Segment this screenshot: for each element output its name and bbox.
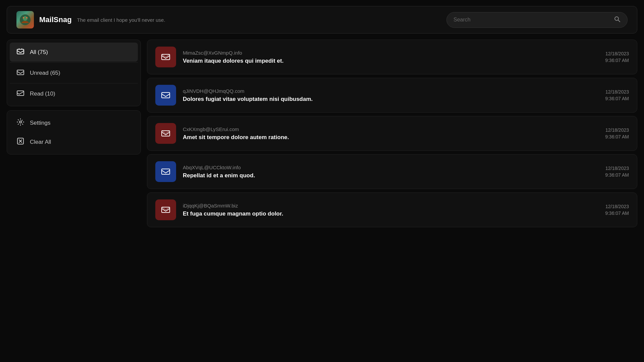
email-time: 9:36:07 AM xyxy=(605,58,629,63)
email-item[interactable]: MimaZsc@XvGNmpQ.info Veniam itaque dolor… xyxy=(147,40,637,74)
email-time: 9:36:07 AM xyxy=(605,210,629,216)
email-subject: Dolores fugiat vitae voluptatem nisi qui… xyxy=(183,96,598,103)
email-sender: qJiNVDH@QHJmqQQ.com xyxy=(183,88,598,94)
email-avatar xyxy=(155,199,176,220)
main-layout: All (75) Unread (65) xyxy=(0,40,644,362)
email-meta: 12/18/2023 9:36:07 AM xyxy=(605,166,629,178)
search-icon xyxy=(614,16,621,24)
email-date: 12/18/2023 xyxy=(605,89,629,95)
email-content: MimaZsc@XvGNmpQ.info Veniam itaque dolor… xyxy=(183,50,598,64)
email-sender: MimaZsc@XvGNmpQ.info xyxy=(183,50,598,56)
sidebar-nav-section: All (75) Unread (65) xyxy=(7,40,141,106)
email-subject: Et fuga cumque magnam optio dolor. xyxy=(183,210,598,217)
email-avatar xyxy=(155,85,176,106)
divider-1 xyxy=(10,62,138,63)
app-tagline: The email client I hope you'll never use… xyxy=(77,17,441,23)
email-sender: AbqXVqL@UCCktoW.info xyxy=(183,165,598,170)
svg-point-1 xyxy=(23,16,28,21)
sidebar-label-unread: Unread (65) xyxy=(30,70,60,76)
email-avatar xyxy=(155,47,176,67)
sidebar: All (75) Unread (65) xyxy=(7,40,141,362)
email-date: 12/18/2023 xyxy=(605,51,629,56)
svg-rect-6 xyxy=(17,49,24,54)
sidebar-label-settings: Settings xyxy=(30,120,50,126)
sidebar-item-unread[interactable]: Unread (65) xyxy=(10,63,138,82)
email-item[interactable]: qJiNVDH@QHJmqQQ.com Dolores fugiat vitae… xyxy=(147,78,637,113)
divider-2 xyxy=(10,83,138,83)
svg-line-5 xyxy=(618,20,620,22)
email-meta: 12/18/2023 9:36:07 AM xyxy=(605,89,629,101)
email-subject: Veniam itaque dolores qui impedit et. xyxy=(183,58,598,64)
email-meta: 12/18/2023 9:36:07 AM xyxy=(605,51,629,63)
gear-icon xyxy=(16,118,24,128)
email-sender: iDjqqKj@BQaSmmW.biz xyxy=(183,203,598,208)
email-item[interactable]: iDjqqKj@BQaSmmW.biz Et fuga cumque magna… xyxy=(147,192,637,227)
app-name: MailSnag xyxy=(39,15,72,24)
svg-rect-12 xyxy=(162,93,170,98)
email-item[interactable]: AbqXVqL@UCCktoW.info Repellat id et a en… xyxy=(147,154,637,189)
svg-point-2 xyxy=(23,17,24,18)
email-date: 12/18/2023 xyxy=(605,127,629,133)
clear-icon xyxy=(16,137,24,147)
email-content: qJiNVDH@QHJmqQQ.com Dolores fugiat vitae… xyxy=(183,88,598,103)
email-avatar xyxy=(155,161,176,182)
sidebar-label-all: All (75) xyxy=(30,49,48,56)
sidebar-label-clear-all: Clear All xyxy=(30,139,51,145)
email-content: iDjqqKj@BQaSmmW.biz Et fuga cumque magna… xyxy=(183,203,598,217)
svg-rect-7 xyxy=(17,70,24,75)
svg-point-3 xyxy=(26,17,28,18)
email-date: 12/18/2023 xyxy=(605,204,629,209)
email-list: MimaZsc@XvGNmpQ.info Veniam itaque dolor… xyxy=(147,40,637,362)
email-date: 12/18/2023 xyxy=(605,166,629,171)
email-time: 9:36:07 AM xyxy=(605,134,629,139)
email-time: 9:36:07 AM xyxy=(605,96,629,101)
email-subject: Repellat id et a enim quod. xyxy=(183,172,598,179)
inbox-read-icon xyxy=(16,89,24,99)
sidebar-item-all[interactable]: All (75) xyxy=(10,43,138,62)
email-sender: CxKXmgb@LySErui.com xyxy=(183,126,598,132)
email-time: 9:36:07 AM xyxy=(605,172,629,178)
sidebar-item-settings[interactable]: Settings xyxy=(10,113,138,132)
search-input[interactable] xyxy=(453,17,610,23)
sidebar-item-read[interactable]: Read (10) xyxy=(10,84,138,103)
inbox-open-icon xyxy=(16,47,24,57)
svg-point-9 xyxy=(19,121,21,123)
email-avatar xyxy=(155,123,176,144)
search-bar[interactable] xyxy=(446,12,628,28)
email-meta: 12/18/2023 9:36:07 AM xyxy=(605,127,629,139)
inbox-closed-icon xyxy=(16,68,24,78)
email-meta: 12/18/2023 9:36:07 AM xyxy=(605,204,629,216)
sidebar-item-clear-all[interactable]: Clear All xyxy=(10,132,138,152)
app-logo xyxy=(16,11,34,28)
email-subject: Amet sit tempore dolore autem ratione. xyxy=(183,134,598,141)
sidebar-label-read: Read (10) xyxy=(30,90,55,97)
svg-rect-14 xyxy=(162,169,170,174)
email-content: AbqXVqL@UCCktoW.info Repellat id et a en… xyxy=(183,165,598,179)
email-item[interactable]: CxKXmgb@LySErui.com Amet sit tempore dol… xyxy=(147,116,637,151)
sidebar-actions-section: Settings Clear All xyxy=(7,110,141,155)
email-content: CxKXmgb@LySErui.com Amet sit tempore dol… xyxy=(183,126,598,141)
header: MailSnag The email client I hope you'll … xyxy=(7,6,637,34)
